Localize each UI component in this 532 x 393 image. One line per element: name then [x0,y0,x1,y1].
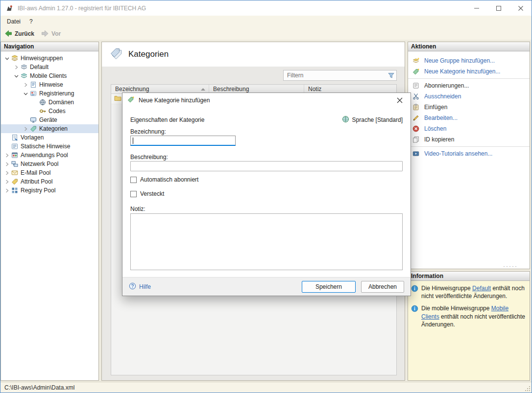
tree-item-registry-pool[interactable]: Registry Pool [1,186,98,195]
email-pool-icon [11,169,19,176]
action-einf-gen[interactable]: Einfügen [408,102,530,113]
auto-subscribed-row: Automatisch abonniert [130,176,198,183]
tree-item-dom-nen[interactable]: Domänen [1,98,98,107]
chevron-down-icon[interactable] [13,74,19,78]
action-l-schen[interactable]: Löschen [408,123,530,134]
chevron-right-icon[interactable] [4,162,10,166]
cut-icon [412,93,420,100]
tree-item-hinweisgruppen[interactable]: Hinweisgruppen [1,54,98,63]
chevron-right-icon[interactable] [23,83,28,87]
tree-item-mobile-clients[interactable]: Mobile Clients [1,71,98,80]
notice-groups-icon [11,55,19,62]
actions-list: Neue Gruppe hinzufügen...Neue Kategorie … [408,51,530,159]
info-icon [411,285,418,300]
dialog-toprow: Eigenschaften der Kategorie Sprache [Sta… [130,116,403,124]
notiz-textarea[interactable] [130,213,403,270]
tree-item-label: Attribut Pool [21,178,52,185]
statusbar: C:\IBI-aws\Admin\Data.xml [0,382,532,393]
dialog-header: Neue Kategorie hinzufügen [122,93,411,108]
templates-icon [11,134,19,141]
tree-item-label: E-Mail Pool [21,169,50,176]
menu-help[interactable]: ? [25,17,37,26]
back-label: Zurück [15,30,34,37]
registry-pool-icon [11,187,19,194]
close-button[interactable] [509,0,532,16]
chevron-right-icon[interactable] [4,153,10,158]
tree-item-anwendungs-pool[interactable]: Anwendungs Pool [1,151,98,160]
footer-buttons: Speichern Abbrechen [302,281,404,293]
chevron-right-icon[interactable] [4,171,10,175]
menu-datei[interactable]: Datei [2,17,25,26]
filter-row [102,67,405,84]
action-neue-kategorie-hinzuf-gen[interactable]: Neue Kategorie hinzufügen... [408,66,530,77]
tree-item-codes[interactable]: Codes [1,107,98,116]
chevron-right-icon[interactable] [4,188,10,193]
dialog-title: Neue Kategorie hinzufügen [139,97,210,104]
back-button[interactable]: Zurück [4,30,34,37]
minimize-button[interactable] [465,0,487,16]
action-id-kopieren[interactable]: ID kopieren [408,134,530,145]
chevron-right-icon[interactable] [13,65,19,69]
versteckt-checkbox[interactable] [130,191,137,197]
chevron-down-icon[interactable] [4,56,10,61]
column-label: Beschreibung [213,86,249,92]
tree-item-ger-te[interactable]: Geräte [1,116,98,124]
devices-icon [30,116,38,123]
tree-item-kategorien[interactable]: Kategorien [1,124,98,133]
resize-grip-icon[interactable] [524,385,531,392]
action-abonnierungen[interactable]: Abonnierungen... [408,80,530,91]
toolbar: Zurück Vor [0,27,532,40]
domains-icon [39,99,47,106]
filter-icon[interactable] [387,72,395,79]
actions-header: Aktionen [408,42,530,51]
folder-icon [114,95,121,103]
mobile-group-icon [21,72,28,79]
info-message: Die mobile Hinweisgruppe Mobile Clients … [411,304,527,328]
bezeichnung-input[interactable] [130,136,236,146]
filter-input[interactable] [284,72,387,79]
info-message-text: Die Hinweisgruppe Default enthält noch n… [421,284,527,300]
tree-item-e-mail-pool[interactable]: E-Mail Pool [1,168,98,177]
status-path: C:\IBI-aws\Admin\Data.xml [4,384,74,391]
group-icon [21,64,28,70]
action-bearbeiten[interactable]: Bearbeiten... [408,113,530,123]
filter-box [283,70,397,81]
versteckt-row: Versteckt [130,190,164,197]
chevron-down-icon[interactable] [23,92,28,96]
tree-item-registrierung[interactable]: Registrierung [1,89,98,98]
tree-item-netzwerk-pool[interactable]: Netzwerk Pool [1,160,98,168]
action-neue-gruppe-hinzuf-gen[interactable]: Neue Gruppe hinzufügen... [408,55,530,66]
chevron-right-icon[interactable] [23,127,28,131]
dialog-close-button[interactable] [394,94,406,106]
tree-item-label: Statische Hinweise [21,143,70,150]
page-title: Kategorien [128,49,169,59]
dialog-body: Eigenschaften der Kategorie Sprache [Sta… [122,108,411,278]
auto-subscribed-checkbox[interactable] [130,177,137,183]
new-group-icon [412,57,420,65]
edit-icon [412,115,420,121]
forward-button[interactable]: Vor [41,30,61,37]
maximize-button[interactable] [487,0,509,16]
text-caret [133,138,133,144]
action-video-tutorials-ansehen[interactable]: Video-Tutorials ansehen... [408,148,530,159]
tree-item-hinweise[interactable]: Hinweise [1,80,98,89]
registration-icon [30,90,38,97]
help-link[interactable]: Hilfe [129,282,151,291]
info-link-default[interactable]: Default [472,285,491,292]
action-ausschneiden[interactable]: Ausschneiden [408,91,530,102]
info-link-mobile-clients[interactable]: Mobile Clients [421,305,508,320]
panel-splitter-dots[interactable]: ····· [503,264,518,268]
language-selector[interactable]: Sprache [Standard] [342,116,403,124]
tree-item-attribut-pool[interactable]: Attribut Pool [1,177,98,186]
tree-item-label: Hinweise [39,81,63,88]
titlebar: IBI-aws Admin 1.27.0 - registriert für I… [0,0,532,16]
beschreibung-input[interactable] [130,161,403,171]
tree-item-vorlagen[interactable]: Vorlagen [1,133,98,142]
notiz-label: Notiz: [130,206,145,212]
tree-item-default[interactable]: Default [1,63,98,71]
versteckt-label: Versteckt [140,190,164,197]
chevron-right-icon[interactable] [4,180,10,184]
cancel-button[interactable]: Abbrechen [361,281,404,293]
save-button[interactable]: Speichern [302,281,356,293]
tree-item-statische-hinweise[interactable]: Statische Hinweise [1,142,98,151]
